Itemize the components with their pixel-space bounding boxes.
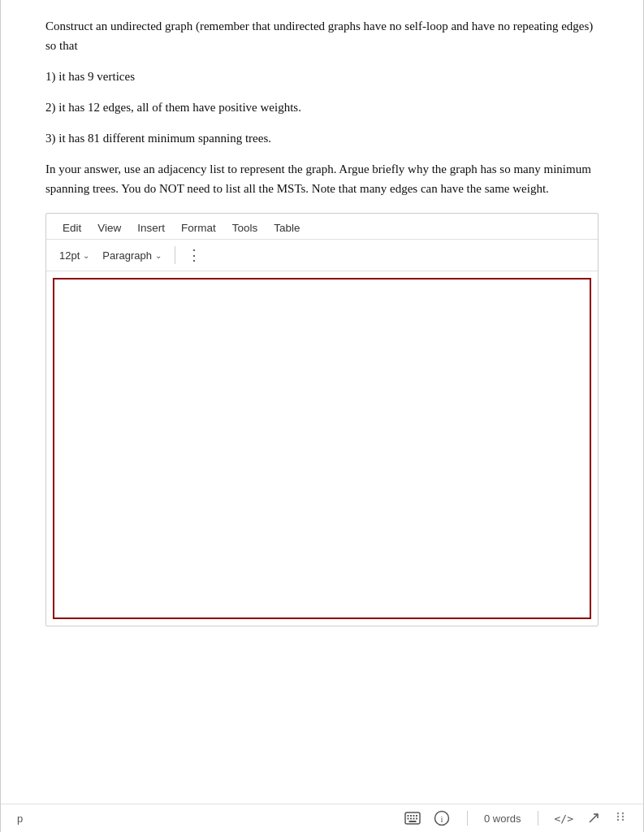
status-bar: p bbox=[1, 804, 643, 832]
item-3: 3) it has 81 different minimum spanning … bbox=[45, 128, 599, 148]
svg-rect-5 bbox=[407, 818, 408, 820]
status-divider-1 bbox=[467, 811, 468, 826]
svg-rect-9 bbox=[408, 821, 416, 822]
editor-body[interactable] bbox=[53, 278, 591, 619]
menu-format[interactable]: Format bbox=[173, 220, 224, 236]
content-area: Construct an undirected graph (remember … bbox=[1, 0, 643, 804]
status-divider-2 bbox=[538, 811, 538, 826]
paragraph-style-dropdown[interactable]: Paragraph ⌄ bbox=[97, 248, 166, 263]
svg-rect-1 bbox=[407, 815, 408, 817]
more-options-button[interactable]: ⋮ bbox=[184, 245, 205, 266]
paragraph-2: In your answer, use an adjacency list to… bbox=[45, 159, 599, 198]
svg-point-16 bbox=[622, 816, 624, 817]
svg-point-12 bbox=[617, 812, 619, 814]
svg-rect-4 bbox=[416, 815, 417, 817]
keyboard-icon[interactable] bbox=[404, 809, 421, 827]
expand-icon[interactable] bbox=[585, 809, 603, 827]
code-view-button[interactable]: </> bbox=[555, 812, 573, 825]
editor-menubar: Edit View Insert Format Tools Table bbox=[46, 214, 598, 240]
question-text: Construct an undirected graph (remember … bbox=[45, 16, 599, 198]
svg-point-15 bbox=[622, 812, 624, 814]
info-icon[interactable]: i bbox=[433, 809, 451, 827]
font-size-chevron-icon: ⌄ bbox=[83, 251, 89, 260]
font-size-dropdown[interactable]: 12pt ⌄ bbox=[54, 248, 94, 263]
toolbar-divider bbox=[175, 246, 175, 264]
svg-rect-7 bbox=[413, 818, 414, 820]
svg-point-14 bbox=[617, 819, 619, 821]
menu-view[interactable]: View bbox=[89, 220, 129, 236]
paragraph-style-value: Paragraph bbox=[102, 249, 152, 262]
page-container: Construct an undirected graph (remember … bbox=[0, 0, 644, 832]
drag-handle-icon[interactable] bbox=[614, 810, 627, 826]
page-indicator: p bbox=[17, 812, 23, 825]
menu-tools[interactable]: Tools bbox=[224, 220, 266, 236]
more-options-icon: ⋮ bbox=[187, 246, 202, 264]
svg-rect-3 bbox=[413, 815, 414, 817]
word-count: 0 words bbox=[484, 812, 521, 825]
editor-section: Edit View Insert Format Tools Table 12pt… bbox=[45, 213, 599, 626]
svg-point-13 bbox=[617, 816, 619, 817]
status-icons: i 0 words </> bbox=[404, 809, 627, 827]
item-2: 2) it has 12 edges, all of them have pos… bbox=[45, 98, 599, 117]
item-1: 1) it has 9 vertices bbox=[45, 67, 599, 86]
editor-toolbar: 12pt ⌄ Paragraph ⌄ ⋮ bbox=[46, 240, 598, 271]
svg-rect-2 bbox=[410, 815, 412, 817]
svg-rect-6 bbox=[410, 818, 412, 820]
menu-edit[interactable]: Edit bbox=[54, 220, 89, 236]
svg-rect-8 bbox=[416, 818, 417, 820]
svg-point-17 bbox=[622, 819, 624, 821]
menu-insert[interactable]: Insert bbox=[129, 220, 173, 236]
paragraph-chevron-icon: ⌄ bbox=[155, 251, 162, 260]
menu-table[interactable]: Table bbox=[266, 220, 308, 236]
svg-text:i: i bbox=[440, 814, 443, 824]
paragraph-1: Construct an undirected graph (remember … bbox=[45, 16, 599, 55]
font-size-value: 12pt bbox=[59, 249, 80, 262]
